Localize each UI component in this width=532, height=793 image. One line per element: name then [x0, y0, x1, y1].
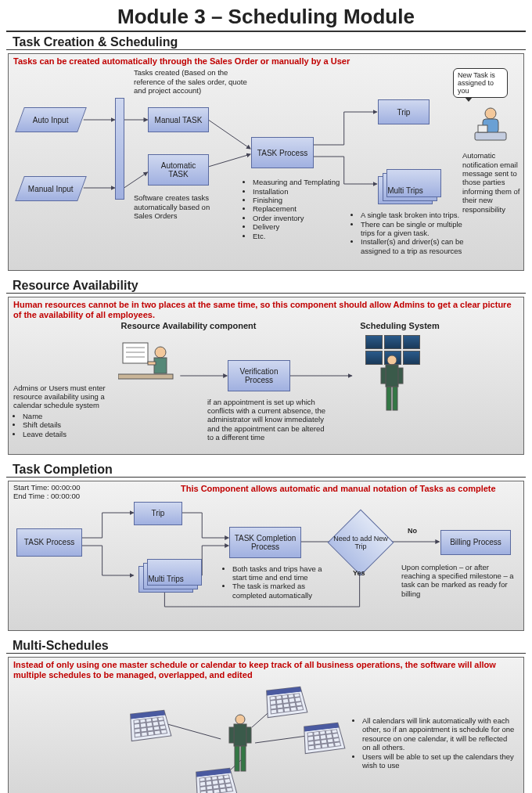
software-note: Software creates tasks automatically bas… — [134, 193, 220, 220]
tc-multi-trips: Multi Trips — [138, 566, 193, 593]
svg-rect-19 — [148, 362, 156, 365]
svg-rect-24 — [386, 387, 391, 410]
svg-rect-9 — [478, 125, 487, 132]
tc-decision-label: Need to add New Trip — [328, 535, 394, 550]
section2-panel: Human resources cannot be in two places … — [8, 297, 524, 454]
bullet: Name — [23, 412, 115, 420]
svg-rect-33 — [234, 724, 246, 746]
svg-rect-23 — [398, 368, 403, 384]
speech-bubble: New Task is assigned to you — [453, 68, 508, 98]
bullet: Both tasks and trips have a start time a… — [232, 564, 332, 582]
bullet: Users will be able to set up the calenda… — [362, 752, 517, 770]
bullet: Etc. — [253, 232, 345, 240]
tc-task-process: TASK Process — [16, 528, 82, 557]
section4-panel: Instead of only using one master schedul… — [8, 657, 524, 793]
bullet: All calendars will link automatically wi… — [362, 716, 517, 752]
desk-person-icon — [118, 338, 181, 395]
bullet: Replacement — [253, 204, 345, 213]
bullet: Finishing — [253, 196, 345, 204]
sched-heading: Scheduling System — [337, 321, 462, 330]
section3-panel: Start Time: 00:00:00 End Time : 00:00:00… — [8, 481, 524, 631]
auto-input-shape: Auto Input — [15, 107, 87, 132]
svg-point-32 — [235, 715, 245, 724]
trip-bullets: A single task broken into trips.There ca… — [351, 209, 467, 257]
ra-heading: Resource Availability component — [110, 321, 267, 330]
admin-icon — [376, 354, 408, 416]
bullet: There can be single or multiple trips fo… — [361, 220, 467, 238]
tasks-created-note: Tasks created (Based on the reference of… — [134, 68, 251, 95]
svg-rect-36 — [235, 746, 239, 771]
task-process-box: TASK Process — [251, 137, 314, 168]
svg-rect-16 — [118, 374, 173, 379]
section1-intro: Tasks can be created automatically throu… — [9, 54, 523, 67]
time-note: Start Time: 00:00:00 End Time : 00:00:00 — [13, 483, 115, 501]
section1-title: Task Creation & Scheduling — [6, 32, 526, 50]
bullet: Shift details — [23, 420, 115, 429]
trip-box: Trip — [378, 99, 430, 124]
svg-line-28 — [164, 723, 221, 739]
bullet: Order inventory — [253, 214, 345, 222]
verify-note: if an appointment is set up which confli… — [207, 398, 332, 442]
tc-completion: TASK Completion Process — [229, 527, 301, 558]
section4-intro: Instead of only using one master schedul… — [9, 658, 523, 680]
bullet: Installer(s) and driver(s) can be assign… — [361, 237, 467, 255]
section2-title: Resource Availability — [6, 276, 526, 294]
auto-input-label: Auto Input — [33, 116, 69, 124]
manual-input-label: Manual Input — [28, 185, 74, 193]
manual-task-box: Manual TASK — [148, 107, 209, 132]
tc-trip: Trip — [134, 502, 182, 525]
process-bullets: Measuring and TemplatingInstallationFini… — [243, 176, 345, 242]
svg-rect-12 — [123, 343, 148, 363]
automatic-task-box: Automatic TASK — [148, 154, 209, 186]
page-title: Module 3 – Scheduling Module — [6, 0, 526, 32]
bullet: A single task broken into trips. — [361, 211, 467, 219]
no-label: No — [408, 527, 417, 535]
yes-label: Yes — [353, 569, 365, 577]
ra-left-note: Admins or Users must enter resource avai… — [13, 384, 115, 440]
svg-rect-37 — [241, 746, 246, 771]
svg-rect-22 — [381, 368, 386, 384]
bullet: Measuring and Templating — [253, 178, 345, 186]
section3-title: Task Completion — [6, 460, 526, 478]
svg-line-4 — [208, 120, 250, 149]
svg-rect-21 — [386, 365, 398, 387]
verify-box: Verification Process — [228, 360, 290, 391]
svg-rect-35 — [246, 727, 251, 743]
tc-decision: Need to add New Trip — [328, 509, 394, 575]
svg-rect-18 — [154, 358, 167, 373]
svg-rect-34 — [229, 727, 234, 743]
bullet: Installation — [253, 187, 345, 196]
ms-note: All calendars will link automatically wi… — [353, 715, 517, 771]
calendar-icon — [266, 687, 307, 718]
bullet: Leave details — [23, 430, 115, 438]
section2-intro: Human resources cannot be in two places … — [9, 297, 523, 320]
section1-panel: Tasks can be created automatically throu… — [8, 53, 524, 271]
svg-point-20 — [387, 355, 397, 365]
tc-completion-note: Both tasks and trips have a start time a… — [223, 563, 332, 602]
svg-rect-8 — [475, 132, 506, 140]
svg-rect-25 — [393, 387, 397, 410]
user-icon — [473, 106, 508, 146]
bullet: The task is marked as completed automati… — [232, 582, 332, 600]
billing-box: Billing Process — [440, 530, 511, 555]
svg-line-3 — [124, 172, 148, 188]
section3-intro: This Component allows automatic and manu… — [181, 481, 519, 494]
calendar-icon — [130, 710, 171, 741]
manual-input-shape: Manual Input — [15, 176, 87, 201]
billing-note: Upon completion – or after reaching a sp… — [401, 563, 519, 599]
multi-trips-box: Multi Trips — [378, 176, 433, 204]
section4-title: Multi-Schedules — [6, 636, 526, 654]
bullet: Delivery — [253, 222, 345, 231]
svg-point-17 — [155, 347, 166, 358]
manager-icon — [225, 713, 256, 777]
calendar-icon — [304, 723, 345, 754]
join-bar — [115, 98, 124, 200]
notify-note: Automatic notification email message sen… — [462, 151, 522, 214]
ra-left-note-intro: Admins or Users must enter resource avai… — [13, 384, 106, 410]
svg-point-6 — [485, 108, 496, 119]
svg-line-5 — [208, 154, 250, 167]
